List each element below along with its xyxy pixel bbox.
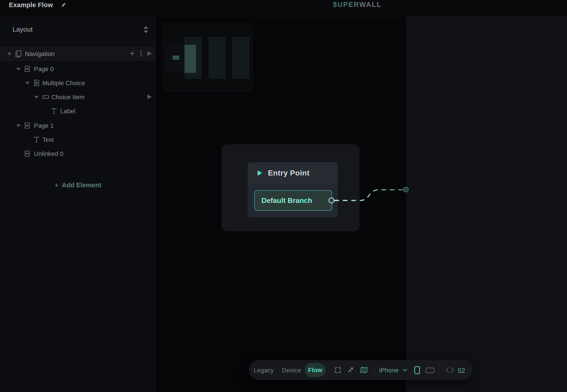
tree-item-label: Navigation bbox=[25, 50, 55, 57]
layout-panel-header: Layout bbox=[0, 17, 156, 41]
plus-icon: + bbox=[54, 181, 59, 189]
list-rows-icon bbox=[33, 79, 40, 87]
tree-item-label: Label bbox=[60, 108, 76, 115]
tree-row-unlinked0[interactable]: Unlinked 0 bbox=[0, 147, 156, 161]
tree-item-label: Text bbox=[43, 136, 54, 143]
tree-row-text[interactable]: Text bbox=[0, 133, 156, 147]
device-selector[interactable]: iPhone bbox=[379, 367, 399, 374]
default-branch-button[interactable]: Default Branch bbox=[254, 190, 332, 211]
tree-row-label[interactable]: Label bbox=[0, 104, 156, 118]
text-icon bbox=[51, 108, 57, 115]
tree-row-choice-item[interactable]: Choice Item bbox=[0, 90, 156, 104]
minimap-page-column bbox=[232, 37, 250, 79]
code-icon[interactable] bbox=[446, 367, 454, 374]
entry-play-icon bbox=[257, 170, 262, 176]
tree-item-label: Page 0 bbox=[34, 66, 54, 73]
play-icon[interactable] bbox=[147, 51, 152, 57]
chevron-down-icon[interactable] bbox=[403, 368, 408, 373]
choice-pill-icon bbox=[43, 95, 49, 100]
text-icon bbox=[33, 136, 40, 144]
device-bezel: Experimental Option 1 Option 2 Option 3 bbox=[406, 17, 567, 392]
code-count-badge[interactable]: 52 bbox=[458, 367, 465, 374]
superwall-logo: $UPERWALL bbox=[333, 1, 382, 9]
node-header[interactable]: Entry Point bbox=[248, 163, 337, 183]
logo-prefix: $UPER bbox=[333, 1, 359, 8]
pages-icon bbox=[15, 50, 22, 59]
device-tab[interactable]: Device bbox=[282, 367, 301, 374]
landscape-orientation-icon[interactable] bbox=[425, 367, 435, 374]
portrait-orientation-icon[interactable] bbox=[414, 366, 420, 375]
default-branch-label: Default Branch bbox=[261, 196, 312, 205]
logo-suffix: WALL bbox=[359, 1, 382, 8]
preview-toolbar: Legacy Device Flow iPhone bbox=[249, 360, 472, 380]
entry-point-label: Entry Point bbox=[268, 168, 310, 177]
play-icon[interactable] bbox=[147, 94, 152, 100]
minimap-entry-node bbox=[173, 56, 179, 60]
flow-minimap[interactable] bbox=[163, 24, 253, 91]
flow-tab[interactable]: Flow bbox=[305, 363, 326, 377]
sort-toggle-icon[interactable] bbox=[143, 25, 149, 34]
rows-icon bbox=[24, 65, 30, 73]
layout-panel-title: Layout bbox=[13, 26, 33, 33]
toolbar-divider bbox=[374, 364, 374, 376]
node-body: Default Branch bbox=[248, 184, 337, 217]
map-icon[interactable] bbox=[360, 366, 368, 375]
tree-row-multiple-choice[interactable]: Multiple Choice bbox=[0, 76, 156, 90]
add-child-icon[interactable] bbox=[129, 51, 135, 57]
tree-row-navigation[interactable]: Navigation bbox=[0, 47, 156, 61]
legacy-tab[interactable]: Legacy bbox=[254, 367, 274, 374]
node-card: Entry Point Default Branch bbox=[248, 162, 338, 217]
more-options-icon[interactable] bbox=[140, 50, 142, 57]
tree-item-label: Choice Item bbox=[51, 94, 85, 101]
collapse-triangle-icon[interactable] bbox=[16, 125, 21, 127]
rows-icon bbox=[24, 150, 30, 158]
collapse-triangle-icon[interactable] bbox=[16, 68, 21, 70]
entry-point-node[interactable]: Entry Point Default Branch bbox=[222, 144, 360, 231]
rows-icon bbox=[24, 122, 30, 130]
minimap-page-column bbox=[209, 37, 226, 79]
add-element-label: Add Element bbox=[62, 182, 101, 189]
tree-item-label: Multiple Choice bbox=[43, 80, 85, 87]
collapse-triangle-icon[interactable] bbox=[34, 96, 39, 98]
edit-pencil-icon[interactable] bbox=[61, 2, 67, 9]
add-element-button[interactable]: + Add Element bbox=[0, 168, 156, 202]
fullscreen-icon[interactable] bbox=[334, 366, 341, 375]
flow-title: Example Flow bbox=[9, 1, 53, 9]
split-branch-icon[interactable] bbox=[347, 366, 354, 375]
collapse-triangle-icon[interactable] bbox=[25, 82, 30, 84]
layout-sidebar: Layout Navigation bbox=[0, 17, 156, 392]
minimap-viewport bbox=[184, 45, 196, 73]
tree-item-label: Unlinked 0 bbox=[34, 150, 63, 157]
tree-row-page1[interactable]: Page 1 bbox=[0, 119, 156, 133]
flow-tab-label: Flow bbox=[308, 367, 322, 374]
tree-row-page0[interactable]: Page 0 bbox=[0, 62, 156, 76]
tree-item-label: Page 1 bbox=[34, 122, 54, 129]
collapse-triangle-icon[interactable] bbox=[7, 53, 12, 55]
top-bar: Example Flow $UPERWALL bbox=[0, 0, 567, 17]
